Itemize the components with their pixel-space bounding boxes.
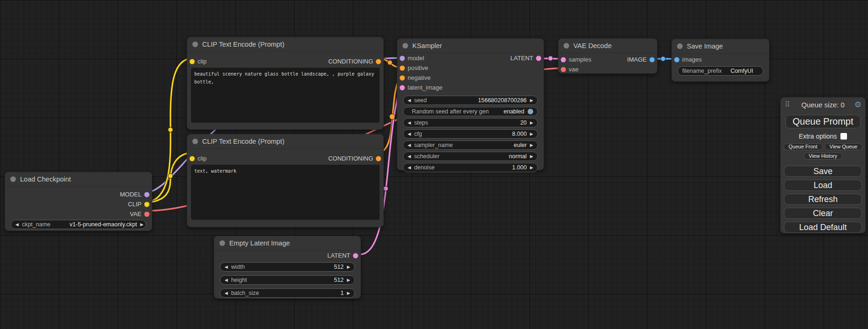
increment-icon[interactable]: ▶ <box>530 132 533 136</box>
prev-value-icon[interactable]: ◀ <box>408 143 411 147</box>
image-output-dot[interactable] <box>649 57 655 62</box>
node-titlebar[interactable]: Empty Latent Image <box>214 236 360 251</box>
vae-output-dot[interactable] <box>144 211 149 217</box>
output-vae: VAE <box>5 209 152 219</box>
decrement-icon[interactable]: ◀ <box>408 166 411 170</box>
increment-icon[interactable]: ▶ <box>347 265 350 269</box>
clip-input-dot[interactable] <box>190 156 195 161</box>
extra-options-label: Extra options <box>799 133 837 140</box>
queue-size-label: Queue size: 0 <box>801 101 845 109</box>
refresh-button[interactable]: Refresh <box>784 194 862 205</box>
queue-front-button[interactable]: Queue Front <box>783 143 823 150</box>
width-widget[interactable]: ◀ width 512 ▶ <box>220 262 355 272</box>
prev-value-icon[interactable]: ◀ <box>15 223 19 227</box>
increment-icon[interactable]: ▶ <box>530 166 533 170</box>
load-button[interactable]: Load <box>784 180 862 191</box>
increment-icon[interactable]: ▶ <box>347 291 350 295</box>
node-empty-latent-image[interactable]: Empty Latent Image LATENT ◀ width 512 ▶ … <box>214 236 361 299</box>
output-model: MODEL <box>5 189 152 199</box>
node-vae-decode[interactable]: VAE Decode samples IMAGE vae <box>558 38 657 74</box>
view-queue-button[interactable]: View Queue <box>825 143 863 150</box>
node-titlebar[interactable]: KSampler <box>397 39 543 53</box>
positive-prompt-textarea[interactable]: beautiful scenery nature glass bottle la… <box>191 68 380 123</box>
slot-row-vae: vae <box>558 64 657 74</box>
collapse-dot-icon[interactable] <box>564 43 569 49</box>
increment-icon[interactable]: ▶ <box>530 121 533 125</box>
increment-icon[interactable]: ▶ <box>347 278 350 282</box>
scheduler-widget[interactable]: ◀ scheduler normal ▶ <box>403 152 538 161</box>
collapse-dot-icon[interactable] <box>677 43 683 49</box>
vae-input-dot[interactable] <box>561 67 566 72</box>
node-clip-text-encode-negative[interactable]: CLIP Text Encode (Prompt) clip CONDITION… <box>187 134 384 227</box>
cfg-widget[interactable]: ◀ cfg 8.000 ▶ <box>403 129 538 139</box>
node-titlebar[interactable]: CLIP Text Encode (Prompt) <box>187 37 383 52</box>
increment-icon[interactable]: ▶ <box>530 98 533 103</box>
slot-row-positive: positive <box>397 63 543 73</box>
load-default-button[interactable]: Load Default <box>784 222 862 233</box>
clip-input-dot[interactable] <box>190 59 195 64</box>
queue-panel: ⠿ Queue size: 0 ⚙ Queue Prompt Extra opt… <box>780 97 866 233</box>
images-input-dot[interactable] <box>674 57 679 62</box>
prev-value-icon[interactable]: ◀ <box>408 154 411 159</box>
seed-widget[interactable]: ◀ seed 156680208700286 ▶ <box>403 96 538 105</box>
filename-prefix-widget[interactable]: filename_prefix ComfyUI <box>677 66 763 76</box>
conditioning-output-dot[interactable] <box>376 59 381 64</box>
collapse-dot-icon[interactable] <box>192 139 198 144</box>
slot-row-latent-image: latent_image <box>397 83 543 92</box>
collapse-dot-icon[interactable] <box>192 42 198 47</box>
comfyui-canvas[interactable]: { "icons": { "left_arrow": "◀", "right_a… <box>0 0 868 329</box>
steps-widget[interactable]: ◀ steps 20 ▶ <box>403 118 538 127</box>
clear-button[interactable]: Clear <box>784 208 862 219</box>
collapse-dot-icon[interactable] <box>402 43 408 49</box>
next-value-icon[interactable]: ▶ <box>140 223 143 227</box>
node-clip-text-encode-positive[interactable]: CLIP Text Encode (Prompt) clip CONDITION… <box>187 37 384 130</box>
ckpt-name-widget[interactable]: ◀ ckpt_name v1-5-pruned-emaonly.ckpt ▶ <box>11 220 146 229</box>
samples-input-dot[interactable] <box>561 57 566 62</box>
negative-input-dot[interactable] <box>400 75 405 80</box>
slot-row-samples: samples IMAGE <box>558 55 657 64</box>
node-load-checkpoint[interactable]: Load Checkpoint MODEL CLIP VAE ◀ ckpt_na… <box>5 172 152 231</box>
slot-row: clip CONDITIONING <box>187 154 383 163</box>
model-output-dot[interactable] <box>144 192 149 197</box>
denoise-widget[interactable]: ◀ denoise 1.000 ▶ <box>403 163 538 172</box>
view-history-button[interactable]: View History <box>804 153 842 160</box>
collapse-dot-icon[interactable] <box>10 176 16 182</box>
decrement-icon[interactable]: ◀ <box>408 121 411 125</box>
node-titlebar[interactable]: VAE Decode <box>558 39 657 53</box>
latent-output-dot[interactable] <box>353 253 358 258</box>
decrement-icon[interactable]: ◀ <box>225 291 228 295</box>
toggle-on-icon[interactable] <box>528 109 533 114</box>
sampler-name-widget[interactable]: ◀ sampler_name euler ▶ <box>403 140 538 150</box>
output-latent: LATENT <box>214 251 360 260</box>
latent-image-input-dot[interactable] <box>400 85 405 90</box>
decrement-icon[interactable]: ◀ <box>225 265 228 269</box>
gear-icon[interactable]: ⚙ <box>854 100 861 110</box>
save-button[interactable]: Save <box>784 166 862 177</box>
random-seed-toggle-widget[interactable]: Random seed after every gen enabled <box>403 107 538 116</box>
decrement-icon[interactable]: ◀ <box>408 132 411 136</box>
drag-handle-icon[interactable]: ⠿ <box>785 100 790 109</box>
height-widget[interactable]: ◀ height 512 ▶ <box>220 275 355 285</box>
next-value-icon[interactable]: ▶ <box>530 143 533 147</box>
node-titlebar[interactable]: Load Checkpoint <box>5 172 152 187</box>
conditioning-output-dot[interactable] <box>376 156 381 161</box>
node-titlebar[interactable]: Save Image <box>672 39 769 54</box>
model-input-dot[interactable] <box>400 56 405 61</box>
positive-input-dot[interactable] <box>400 65 405 70</box>
clip-output-dot[interactable] <box>144 202 149 207</box>
collapse-dot-icon[interactable] <box>219 240 225 246</box>
node-ksampler[interactable]: KSampler model LATENT positive negative … <box>397 38 544 170</box>
queue-prompt-button[interactable]: Queue Prompt <box>785 115 861 128</box>
batch-size-widget[interactable]: ◀ batch_size 1 ▶ <box>220 288 355 298</box>
next-value-icon[interactable]: ▶ <box>530 154 533 159</box>
latent-output-dot[interactable] <box>536 56 541 61</box>
output-clip: CLIP <box>5 199 152 209</box>
node-save-image[interactable]: Save Image images filename_prefix ComfyU… <box>671 39 769 82</box>
slot-row-images: images <box>672 55 769 64</box>
decrement-icon[interactable]: ◀ <box>408 98 411 103</box>
node-titlebar[interactable]: CLIP Text Encode (Prompt) <box>187 134 383 149</box>
decrement-icon[interactable]: ◀ <box>225 278 228 282</box>
negative-prompt-textarea[interactable]: text, watermark <box>191 165 380 220</box>
extra-options-checkbox[interactable] <box>840 133 847 140</box>
node-title: KSampler <box>412 42 442 49</box>
